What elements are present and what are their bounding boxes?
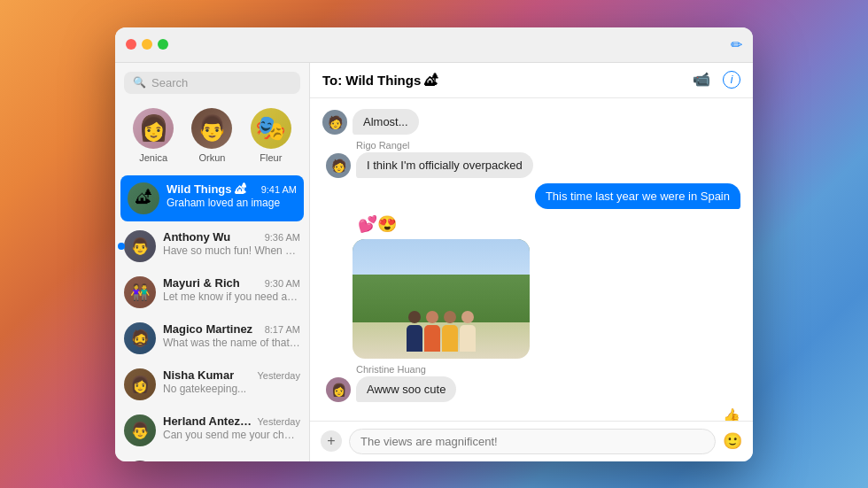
messages-area: 🧑 Almost... Rigo Rangel 🧑 I think I'm of… xyxy=(310,98,753,421)
conv-avatar-leticia: 👩 xyxy=(124,461,156,461)
photo-people xyxy=(407,311,476,359)
titlebar: ✏ xyxy=(115,27,753,63)
conv-content-wild-things: Wild Things 🏕 9:41 AM Graham loved an im… xyxy=(167,182,297,209)
conv-name-nisha: Nisha Kumar xyxy=(163,368,234,382)
conv-time-mayuri: 9:30 AM xyxy=(265,278,300,289)
video-call-icon[interactable]: 📹 xyxy=(693,71,710,89)
msg-avatar-rigo2: 🧑 xyxy=(326,153,351,178)
msg-bubble-1: Almost... xyxy=(353,109,419,135)
sender-label-rigo: Rigo Rangel 🧑 I think I'm officially ove… xyxy=(322,140,740,178)
conv-time-anthony: 9:36 AM xyxy=(265,232,300,243)
conv-preview-wild-things: Graham loved an image xyxy=(167,197,297,209)
msg-bubble-2: I think I'm officially overpacked xyxy=(356,152,533,178)
conv-mayuri[interactable]: 👫 Mayuri & Rich 9:30 AM Let me know if y… xyxy=(115,269,309,315)
conv-magico[interactable]: 🧔 Magico Martinez 8:17 AM What was the n… xyxy=(115,315,309,361)
conv-avatar-magico: 🧔 xyxy=(124,322,156,354)
msg-avatar-rigo1: 🧑 xyxy=(322,110,347,135)
search-bar[interactable]: 🔍 Search xyxy=(124,72,300,94)
messages-window: ✏ 🔍 Search 👩 Jenica 👨 xyxy=(115,27,753,461)
conv-name-wild-things: Wild Things 🏕 xyxy=(167,182,246,196)
conv-name-mayuri: Mayuri & Rich xyxy=(163,276,240,290)
person-1 xyxy=(407,311,422,352)
sender-label-christine: Christine Huang 👩 Awww soo cute xyxy=(322,364,740,402)
conv-wild-things[interactable]: 🏕 Wild Things 🏕 9:41 AM Graham loved an … xyxy=(120,175,304,221)
person-4 xyxy=(460,311,476,352)
conv-name-anthony: Anthony Wu xyxy=(163,230,230,244)
compose-icon[interactable]: ✏ xyxy=(731,36,742,53)
message-row-3: This time last year we were in Spain xyxy=(322,183,740,209)
conv-nisha[interactable]: 👩 Nisha Kumar Yesterday No gatekeeping..… xyxy=(115,361,309,407)
photo-bubble xyxy=(353,239,530,359)
conv-preview-herland: Can you send me your chocolate chip cook… xyxy=(163,429,300,441)
minimize-button[interactable] xyxy=(142,39,152,50)
pinned-jenica[interactable]: 👩 Jenica xyxy=(133,108,174,163)
chat-area: To: Wild Things 🏕 📹 i 🧑 Almost... Rigo R… xyxy=(310,63,753,461)
chat-title-text: To: Wild Things 🏕 xyxy=(322,73,438,88)
msg-bubble-3: This time last year we were in Spain xyxy=(535,183,740,209)
info-icon[interactable]: i xyxy=(723,71,740,89)
conv-content-magico: Magico Martinez 8:17 AM What was the nam… xyxy=(163,322,300,349)
conv-content-herland: Herland Antezana Yesterday Can you send … xyxy=(163,414,300,441)
conv-avatar-nisha: 👩 xyxy=(124,368,156,400)
conv-avatar-wild-things: 🏕 xyxy=(128,182,159,214)
message-row-1: 🧑 Almost... xyxy=(322,109,740,135)
emoji-picker-button[interactable]: 🙂 xyxy=(723,431,742,451)
chat-header: To: Wild Things 🏕 📹 i xyxy=(310,63,753,98)
conv-time-wild-things: 9:41 AM xyxy=(261,184,297,195)
pinned-contacts: 👩 Jenica 👨 Orkun 🎭 Fleur xyxy=(115,101,309,174)
sidebar: 🔍 Search 👩 Jenica 👨 Orkun xyxy=(115,63,310,461)
search-icon: 🔍 xyxy=(133,76,146,89)
conv-preview-magico: What was the name of that '90s thriller … xyxy=(163,337,300,349)
conv-avatar-anthony: 👨 xyxy=(124,230,156,262)
chat-title: To: Wild Things 🏕 xyxy=(322,73,693,88)
msg-bubble-christine: Awww soo cute xyxy=(356,376,456,402)
chat-header-icons: 📹 i xyxy=(693,71,740,89)
conv-content-nisha: Nisha Kumar Yesterday No gatekeeping... xyxy=(163,368,300,395)
conv-content-anthony: Anthony Wu 9:36 AM Have so much fun! Whe… xyxy=(163,230,300,257)
close-button[interactable] xyxy=(126,39,136,50)
conv-preview-mayuri: Let me know if you need a ride! xyxy=(163,290,300,303)
conv-name-magico: Magico Martinez xyxy=(163,322,252,336)
maximize-button[interactable] xyxy=(158,39,168,50)
sender-name-christine: Christine Huang xyxy=(356,364,740,375)
reaction-hearts: 💕😍 xyxy=(322,214,740,234)
person-2 xyxy=(424,311,440,352)
conv-avatar-mayuri: 👫 xyxy=(124,276,156,308)
conv-content-mayuri: Mayuri & Rich 9:30 AM Let me know if you… xyxy=(163,276,300,303)
conv-preview-nisha: No gatekeeping... xyxy=(163,383,300,395)
avatar-orkun: 👨 xyxy=(191,108,232,149)
avatar-fleur: 🎭 xyxy=(251,108,291,149)
conv-avatar-herland: 👨 xyxy=(124,414,156,446)
add-attachment-button[interactable]: + xyxy=(321,430,342,452)
msg-avatar-christine: 👩 xyxy=(326,377,351,402)
contact-name-jenica: Jenica xyxy=(139,152,167,163)
pinned-orkun[interactable]: 👨 Orkun xyxy=(191,108,232,163)
conv-content-leticia: Leticia Ibarra 6/8/24 I'll bring my bino… xyxy=(163,461,300,461)
conv-herland[interactable]: 👨 Herland Antezana Yesterday Can you sen… xyxy=(115,407,309,453)
conversation-list: 🏕 Wild Things 🏕 9:41 AM Graham loved an … xyxy=(115,174,309,461)
contact-name-orkun: Orkun xyxy=(199,152,226,163)
message-row-2: 🧑 I think I'm officially overpacked xyxy=(326,152,740,178)
conv-time-herland: Yesterday xyxy=(257,416,300,427)
main-content: 🔍 Search 👩 Jenica 👨 Orkun xyxy=(115,63,753,461)
conv-time-nisha: Yesterday xyxy=(257,370,300,381)
unread-dot-anthony xyxy=(118,243,125,250)
avatar-jenica: 👩 xyxy=(133,108,174,149)
pinned-fleur[interactable]: 🎭 Fleur xyxy=(251,108,291,163)
conv-leticia[interactable]: 👩 Leticia Ibarra 6/8/24 I'll bring my bi… xyxy=(115,453,309,461)
chat-input-area: + 🙂 xyxy=(310,421,753,461)
conv-time-magico: 8:17 AM xyxy=(265,324,300,335)
message-row-christine: 👩 Awww soo cute xyxy=(326,376,740,402)
sender-name-rigo: Rigo Rangel xyxy=(356,140,740,151)
search-placeholder: Search xyxy=(151,76,188,89)
message-row-film-wrapper: 👍 Is anyone bringing film? xyxy=(322,407,740,421)
conv-name-leticia: Leticia Ibarra xyxy=(163,461,235,461)
conv-anthony[interactable]: 👨 Anthony Wu 9:36 AM Have so much fun! W… xyxy=(115,223,309,269)
contact-name-fleur: Fleur xyxy=(260,152,282,163)
conv-name-herland: Herland Antezana xyxy=(163,414,257,428)
message-input[interactable] xyxy=(349,429,716,454)
person-3 xyxy=(442,311,458,352)
message-row-photo xyxy=(353,239,740,359)
conv-preview-anthony: Have so much fun! When are you back? xyxy=(163,244,300,257)
traffic-lights xyxy=(126,39,168,50)
